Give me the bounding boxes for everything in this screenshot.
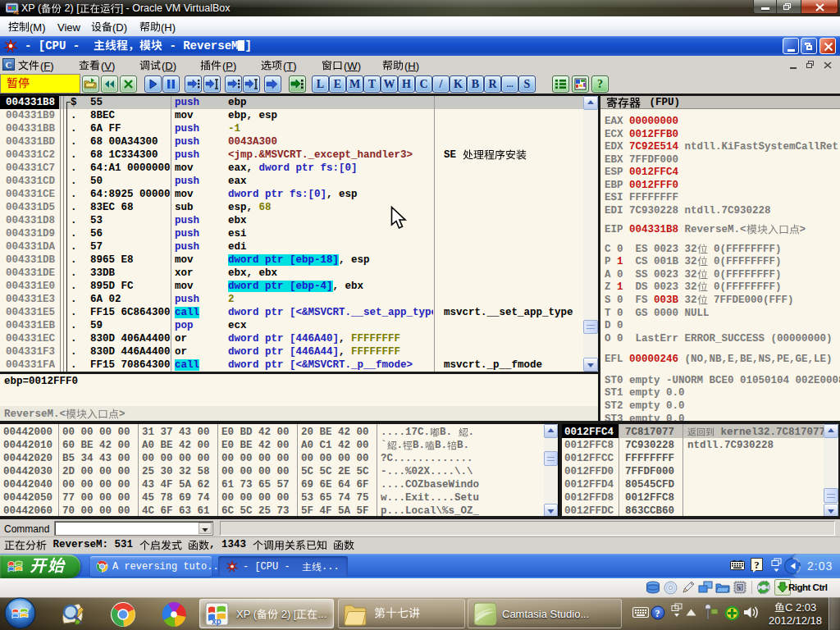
svg-text:?: ? [655, 608, 660, 619]
svg-text:V: V [738, 585, 742, 591]
svg-text:xp: xp [13, 9, 19, 15]
svg-text:xp: xp [212, 617, 221, 626]
